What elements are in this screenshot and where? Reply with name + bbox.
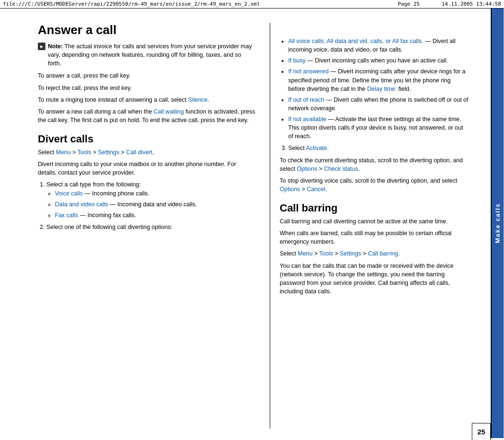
divert-select-line: Select Menu > Tools > Settings > Call di… [38,148,256,157]
if-not-available-item: If not available — Activate the last thr… [288,115,469,141]
top-bar: file:///C:/USERS/MODEServer/rapi/2290550… [0,0,504,9]
steps-continued: Select Activate. [288,144,469,152]
voice-calls-link[interactable]: Voice calls [55,190,83,197]
fax-calls-item: Fax calls — Incoming fax calls. [55,211,256,220]
silence-link[interactable]: Silence [188,97,208,103]
answer-para4: To answer a new call during a call when … [38,107,256,124]
all-fax-link[interactable]: or All fax calls. [384,38,423,44]
all-voice-link[interactable]: All voice calls, All data and vid. calls… [288,38,384,44]
if-out-of-reach-link[interactable]: If out of reach [288,97,324,103]
call-waiting-link[interactable]: Call waiting [154,108,184,115]
answer-para2: To reject the call, press the end key. [38,84,256,92]
note-text: Note: The actual invoice for calls and s… [48,42,256,68]
check-status-para: To check the current diverting status, s… [280,156,469,173]
answer-para3: To mute a ringing tone instead of answer… [38,96,256,104]
delay-time-link[interactable]: Delay time: [367,86,397,92]
tools-link[interactable]: Tools [78,149,91,156]
if-not-available-link[interactable]: If not available [288,116,327,123]
barring-menu-link[interactable]: Menu [298,250,312,257]
data-video-calls-item: Data and video calls — Incoming data and… [55,200,256,209]
check-status-link[interactable]: Check status [324,166,358,172]
note-block: Note: The actual invoice for calls and s… [38,42,256,68]
step3: Select Activate. [288,144,469,152]
step1: Select a call type from the following: V… [46,180,256,220]
divert-calls-heading: Divert calls [38,133,256,145]
fax-calls-link[interactable]: Fax calls [55,212,78,219]
settings-link[interactable]: Settings [98,149,119,156]
filepath: file:///C:/USERS/MODEServer/rapi/2290550… [3,1,260,7]
stop-diverting-para: To stop diverting voice calls, scroll to… [280,176,469,194]
answer-call-heading: Answer a call [38,23,256,37]
barring-para1: Call barring and call diverting cannot b… [280,217,469,226]
if-busy-link[interactable]: If busy [288,57,306,64]
data-video-link[interactable]: Data and video calls [55,201,108,208]
note-icon [38,43,45,50]
stop-options-link[interactable]: Options [280,186,300,193]
cancel-link[interactable]: Cancel [307,186,325,193]
right-column: All voice calls, All data and vid. calls… [270,23,469,429]
page-number-box: 25 [472,423,491,440]
call-barring-link[interactable]: Call barring [368,250,398,257]
menu-link[interactable]: Menu [56,149,71,156]
barring-tools-link[interactable]: Tools [319,250,333,257]
check-options-link[interactable]: Options [297,166,317,172]
divert-steps: Select a call type from the following: V… [46,180,256,231]
voice-calls-item: Voice calls — Incoming phone calls. [55,189,256,198]
barring-para3: You can bar the calls that can be made o… [280,262,469,296]
step2: Select one of the following call diverti… [46,223,256,231]
left-column: Answer a call Note: The actual invoice f… [38,23,256,429]
if-not-answered-item: If not answered — Divert incoming calls … [288,67,469,93]
divert-body: Divert incoming calls to your voice mail… [38,160,256,177]
barring-settings-link[interactable]: Settings [340,250,361,257]
page-info: Page 25 14.11.2005 13:44:58 [398,1,501,7]
side-tab: Make calls [491,9,504,438]
content-area: Answer a call Note: The actual invoice f… [0,9,491,438]
call-barring-heading: Call barring [280,202,469,214]
side-tab-label: Make calls [494,203,501,243]
if-out-of-reach-item: If out of reach — Divert calls when the … [288,96,469,113]
if-busy-item: If busy — Divert incoming calls when you… [288,56,469,65]
activate-link[interactable]: Activate [306,145,327,151]
all-calls-item: All voice calls, All data and vid. calls… [288,37,469,54]
call-type-list: Voice calls — Incoming phone calls. Data… [55,189,256,220]
answer-para1: To answer a call, press the call key. [38,71,256,80]
if-not-answered-link[interactable]: If not answered [288,68,328,75]
divert-options-list: All voice calls, All data and vid. calls… [288,37,469,141]
barring-para2: When calls are barred, calls still may b… [280,229,469,246]
page-number: 25 [477,428,486,436]
main-wrapper: Answer a call Note: The actual invoice f… [0,9,504,438]
barring-select-line: Select Menu > Tools > Settings > Call ba… [280,249,469,258]
call-divert-link[interactable]: Call divert [126,149,152,156]
